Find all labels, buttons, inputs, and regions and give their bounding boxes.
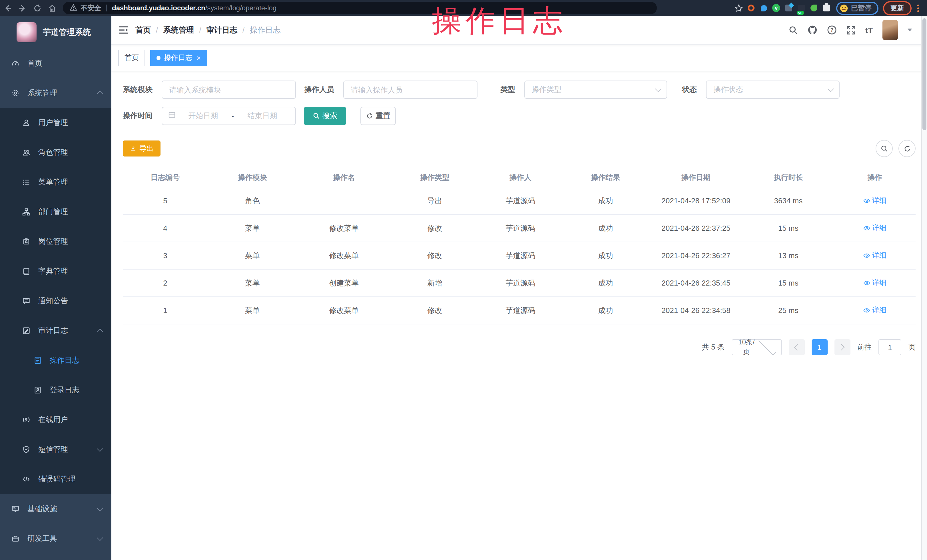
sidebar-item-infrastructure[interactable]: 基础设施 <box>0 494 111 524</box>
export-button[interactable]: 导出 <box>123 141 161 156</box>
search-button[interactable]: 搜索 <box>304 107 346 125</box>
forward-icon[interactable] <box>15 2 30 14</box>
browser-update-button[interactable]: 更新 <box>883 1 912 15</box>
sidebar-item-role-management[interactable]: 角色管理 <box>0 138 111 167</box>
reset-button[interactable]: 重置 <box>360 107 396 125</box>
bookmark-star-icon[interactable] <box>732 2 745 14</box>
fullscreen-icon[interactable] <box>846 26 856 35</box>
user-icon <box>22 119 30 127</box>
table-cell-module: 角色 <box>208 187 297 214</box>
breadcrumb-system[interactable]: 系统管理 <box>163 25 194 35</box>
sidebar-item-online-users[interactable]: 在线用户 <box>0 405 111 435</box>
refresh-table-button[interactable] <box>898 140 916 157</box>
extension-green-icon[interactable]: v <box>770 2 783 14</box>
app-logo[interactable]: 芋道管理系统 <box>0 16 111 49</box>
table-cell-duration: 15 ms <box>743 269 834 297</box>
tab-operate-log[interactable]: 操作日志 × <box>150 49 207 66</box>
breadcrumb-home[interactable]: 首页 <box>135 25 151 35</box>
table-header-row: 日志编号操作模块操作名操作类型操作人操作结果操作日期执行时长操作 <box>123 168 916 187</box>
operator-input[interactable] <box>343 80 477 99</box>
address-bar[interactable]: 不安全 dashboard.yudao.iocoder.cn/system/lo… <box>63 2 657 14</box>
org-tree-icon <box>22 208 30 216</box>
sidebar-item-home[interactable]: 首页 <box>0 49 111 78</box>
scrollbar[interactable] <box>921 16 927 560</box>
sidebar-item-error-code-management[interactable]: 错误码管理 <box>0 464 111 494</box>
show-search-button[interactable] <box>875 140 893 157</box>
sidebar-item-menu-management[interactable]: 菜单管理 <box>0 167 111 197</box>
chevron-down-icon <box>655 86 662 92</box>
screen: 不安全 dashboard.yudao.iocoder.cn/system/lo… <box>0 0 927 560</box>
detail-link[interactable]: 详细 <box>863 278 886 288</box>
sidebar-item-label: 角色管理 <box>38 147 68 158</box>
type-select[interactable]: 操作类型 <box>524 80 667 99</box>
home-icon[interactable] <box>44 2 59 14</box>
tab-home[interactable]: 首页 <box>118 49 145 66</box>
hamburger-icon[interactable] <box>111 26 135 34</box>
sidebar-item-system-management[interactable]: 系统管理 <box>0 78 111 108</box>
font-size-icon[interactable]: tT <box>865 26 873 35</box>
detail-link[interactable]: 详细 <box>863 223 886 233</box>
breadcrumb-separator: / <box>199 26 202 34</box>
gear-icon <box>11 89 20 97</box>
sidebar-item-post-management[interactable]: 岗位管理 <box>0 227 111 256</box>
table-cell-duration: 25 ms <box>743 297 834 324</box>
sidebar-item-notice-announcement[interactable]: 通知公告 <box>0 286 111 316</box>
goto-page-input[interactable] <box>878 339 901 355</box>
table-cell-action: 详细 <box>834 269 916 297</box>
search-icon[interactable] <box>789 26 798 35</box>
back-icon[interactable] <box>0 2 15 14</box>
table-cell-type: 修改 <box>391 242 479 269</box>
status-select[interactable]: 操作状态 <box>706 80 840 99</box>
reload-icon[interactable] <box>30 2 44 14</box>
sidebar-item-login-log[interactable]: 登录日志 <box>0 375 111 405</box>
refresh-icon <box>903 145 911 152</box>
time-label: 操作时间 <box>123 111 152 121</box>
app-title: 芋道管理系统 <box>43 27 91 37</box>
date-range-picker[interactable]: 开始日期 - 结束日期 <box>162 107 296 125</box>
prev-page-button[interactable] <box>789 339 804 355</box>
table-row: 1菜单修改菜单修改芋道源码成功2021-04-26 22:34:5825 ms详… <box>123 297 916 324</box>
github-icon[interactable] <box>808 25 818 35</box>
sidebar-item-sms-management[interactable]: 短信管理 <box>0 435 111 464</box>
end-date-placeholder: 结束日期 <box>235 111 290 121</box>
extension-pin-icon[interactable] <box>757 2 770 14</box>
extensions-puzzle-icon[interactable] <box>820 2 833 14</box>
paused-extension-badge[interactable]: 已暂停 <box>836 2 878 15</box>
sidebar-item-label: 错误码管理 <box>38 474 75 484</box>
table-cell-action: 详细 <box>834 297 916 324</box>
column-header: 操作日期 <box>649 168 743 187</box>
module-input[interactable] <box>162 80 296 99</box>
extension-sprout-icon[interactable] <box>808 2 820 14</box>
help-icon[interactable]: ? <box>827 25 837 35</box>
detail-link[interactable]: 详细 <box>863 196 886 205</box>
scrollbar-thumb[interactable] <box>922 18 926 130</box>
sidebar-item-dept-management[interactable]: 部门管理 <box>0 197 111 227</box>
sidebar-item-operate-log[interactable]: 操作日志 <box>0 346 111 375</box>
table-cell-date: 2021-04-28 17:52:09 <box>649 187 743 214</box>
extension-orange-icon[interactable] <box>745 2 757 14</box>
detail-link[interactable]: 详细 <box>863 250 886 260</box>
sidebar-item-dev-tools[interactable]: 研发工具 <box>0 524 111 554</box>
emoji-face-icon <box>840 4 848 12</box>
breadcrumb-audit-log[interactable]: 审计日志 <box>207 25 237 35</box>
detail-link-label: 详细 <box>872 196 886 205</box>
browser-menu-icon[interactable] <box>917 4 919 12</box>
tab-label: 首页 <box>125 53 139 62</box>
current-page[interactable]: 1 <box>812 339 827 355</box>
table-cell-name: 创建菜单 <box>297 269 391 297</box>
next-page-button[interactable] <box>834 339 850 355</box>
sidebar-item-label: 研发工具 <box>27 533 57 544</box>
sidebar-item-dict-management[interactable]: 字典管理 <box>0 256 111 286</box>
detail-link[interactable]: 详细 <box>863 305 886 315</box>
table-cell-duration: 3634 ms <box>743 187 834 214</box>
extension-switch-icon[interactable]: on <box>795 2 808 14</box>
sidebar-item-audit-log[interactable]: 审计日志 <box>0 316 111 346</box>
sidebar-item-user-management[interactable]: 用户管理 <box>0 108 111 138</box>
navbar-actions: ? tT <box>789 20 912 40</box>
user-avatar[interactable] <box>883 20 898 40</box>
close-icon[interactable]: × <box>196 54 201 61</box>
page-size-select[interactable]: 10条/页 <box>731 339 782 355</box>
extension-stats-icon[interactable] <box>783 2 795 14</box>
table-cell-module: 菜单 <box>208 214 297 242</box>
avatar-caret-icon[interactable] <box>907 29 912 32</box>
